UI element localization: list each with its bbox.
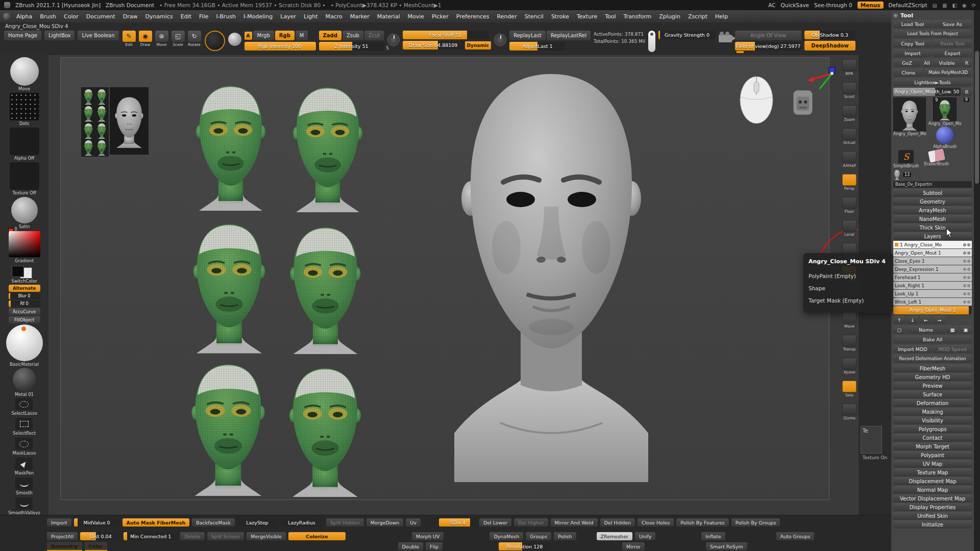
lightbox-tools-button[interactable]: Lightbox►Tools	[893, 78, 972, 86]
layer-visibility-icons[interactable]	[963, 252, 970, 255]
clone-button[interactable]: Clone	[893, 68, 923, 77]
menu-item[interactable]: Color	[60, 12, 82, 21]
layer-row[interactable]: Angry_Open_Mout 1	[893, 249, 972, 257]
layer-visibility-icons[interactable]	[963, 292, 970, 295]
layers-section-header[interactable]: Layers	[893, 232, 972, 240]
sculpt-model-head[interactable]	[439, 64, 664, 482]
quick-brush-button[interactable]: Smooth	[15, 478, 33, 495]
tool-section-header[interactable]: Displacement Map	[893, 477, 972, 485]
menu-item[interactable]: I-Modeling	[240, 12, 276, 21]
lightbox-button[interactable]: LightBox	[44, 31, 75, 40]
deepshadow-button[interactable]: DeepShadow	[804, 41, 855, 51]
layer-left-button[interactable]: ←	[920, 316, 932, 324]
popup-menu-item[interactable]: Shape	[808, 282, 888, 294]
quick-brush-button[interactable]: MaskPen	[15, 458, 34, 475]
menu-item[interactable]: Stencil	[521, 12, 547, 21]
right-shelf-button[interactable]: Gizmo	[842, 404, 856, 420]
accucurve-button[interactable]: AccuCurve	[9, 308, 40, 315]
material-thumbnail[interactable]: BasicMaterial	[6, 324, 43, 367]
tool-section-header[interactable]: Polypaint	[893, 451, 972, 459]
menu-item[interactable]: Preferences	[453, 12, 493, 21]
layer-up-button[interactable]: ↑	[893, 316, 905, 324]
bottom-control[interactable]: Del Hidden	[600, 518, 635, 527]
scale-button[interactable]: ◱ Scale	[171, 31, 185, 47]
tool-section-header[interactable]: ArrayMesh	[893, 206, 972, 214]
import-button[interactable]: Import	[893, 49, 932, 57]
tool-section-header[interactable]: Masking	[893, 408, 972, 416]
right-shelf-button[interactable]: Zoom	[842, 105, 856, 122]
tool-section-header[interactable]: Geometry	[893, 197, 972, 206]
goz-button[interactable]: GoZ	[893, 59, 921, 67]
paste-tool-button[interactable]: Paste Tool	[933, 39, 972, 47]
bottom-control[interactable]: Auto Groups	[776, 532, 815, 540]
bottom-control[interactable]: MergeVisible	[247, 532, 286, 540]
mdd-speed-button[interactable]: MDD Speed	[933, 345, 972, 353]
replay-last-button[interactable]: ReplayLast	[509, 31, 546, 40]
base-export-bar[interactable]: Base_Ov_Exportin	[893, 181, 972, 188]
bottom-control[interactable]: Split Hidden	[326, 518, 364, 527]
menu-item[interactable]: Dynamics	[142, 12, 177, 21]
gravity-direction-widget[interactable]	[648, 31, 655, 52]
zcut-button[interactable]: Zcut	[364, 31, 384, 40]
right-shelf-button[interactable]: Scroll	[842, 82, 856, 99]
menu-item[interactable]: Layer	[277, 12, 300, 21]
layer-row[interactable]: Look_Up 1	[893, 290, 972, 297]
menu-item[interactable]: Document	[83, 12, 119, 21]
defaultzscript-button[interactable]: DefaultZScript	[889, 2, 927, 8]
tray-thumbnail[interactable]: Texture Off	[10, 162, 39, 195]
subtool-thumbnail[interactable]: 9	[933, 97, 957, 121]
quick-brush-button[interactable]: SmoothValleys	[8, 497, 40, 515]
live-boolean-button[interactable]: Live Boolean	[78, 31, 118, 40]
bottom-control[interactable]: LazyStep	[237, 518, 277, 527]
layer-row[interactable]: Forehead 1	[893, 273, 972, 281]
rgb-button[interactable]: Rgb	[275, 31, 295, 40]
tool-section-header[interactable]: Visibility	[893, 416, 972, 424]
bottom-control[interactable]: BackfaceMask	[192, 518, 235, 527]
layer-row[interactable]: Close_Eyes 1	[893, 257, 972, 265]
bottom-control[interactable]: Double	[398, 542, 424, 550]
bake-all-button[interactable]: Bake All	[893, 335, 972, 343]
tool-section-header[interactable]: Vector Displacement Map	[893, 494, 972, 503]
move-button[interactable]: ⊕ Move	[155, 31, 169, 47]
bottom-control[interactable]: MergeDown	[366, 518, 404, 527]
layer-row[interactable]: Look_Right 1	[893, 282, 972, 289]
stroke-preview-icon[interactable]	[228, 33, 241, 46]
menu-item[interactable]: Marker	[347, 12, 373, 21]
adjust-dial-icon[interactable]	[494, 34, 506, 46]
export-button[interactable]: Export	[933, 49, 972, 57]
menu-item[interactable]: I-Brush	[212, 12, 239, 21]
tool-section-header[interactable]: Morph Target	[893, 442, 972, 450]
bottom-control[interactable]: Polish	[554, 532, 576, 540]
tool-section-header[interactable]: Polygroups	[893, 425, 972, 433]
right-shelf-button[interactable]: Transp	[842, 335, 856, 352]
switch-color-swatches[interactable]	[10, 266, 39, 278]
bottom-control[interactable]: Auto Mask FiberMesh	[122, 518, 190, 527]
right-shelf-button[interactable]: Persp	[842, 174, 856, 191]
bottom-control[interactable]: Del Higher	[514, 518, 548, 527]
home-page-button[interactable]: Home Page	[4, 31, 41, 40]
dynamic-toggle[interactable]: Dynamic	[465, 41, 492, 49]
layer-new-icon[interactable]: ▢	[893, 325, 905, 334]
replay-last-rel-button[interactable]: ReplayLastRel	[547, 31, 591, 40]
bottom-control[interactable]: MidValue 0	[74, 518, 120, 527]
bottom-control[interactable]: Del Lower	[479, 518, 511, 527]
simplebrush-thumbnail[interactable]: S	[898, 150, 914, 163]
tool-section-header[interactable]: Unified Skin	[893, 512, 972, 520]
quick-brush-button[interactable]: SelectRect	[13, 418, 36, 436]
tool-section-header[interactable]: NanoMesh	[893, 215, 972, 223]
right-shelf-button[interactable]: Move	[842, 312, 856, 329]
right-shelf-button[interactable]: Floor	[842, 197, 856, 214]
tray-thumbnail[interactable]: Move	[10, 57, 39, 91]
bottom-control[interactable]: Polish By Features	[676, 518, 728, 527]
layer-visibility-icons[interactable]	[963, 284, 970, 287]
grid-view-icon[interactable]: ▤	[933, 3, 937, 8]
menus-button[interactable]: Menus	[857, 2, 884, 9]
bottom-control[interactable]: Min Connected 1	[124, 532, 178, 540]
scrollbar-thumb[interactable]	[975, 51, 979, 184]
active-tool-slot[interactable]: Angry_Open_Mouth_Low. 50	[893, 88, 961, 96]
menu-item[interactable]: Picker	[428, 12, 452, 21]
ac-button[interactable]: AC	[768, 2, 775, 8]
record-icon[interactable]: ◉	[962, 3, 967, 8]
menu-item[interactable]: Zscript	[684, 12, 711, 21]
tray-thumbnail[interactable]: Dots	[10, 93, 39, 126]
